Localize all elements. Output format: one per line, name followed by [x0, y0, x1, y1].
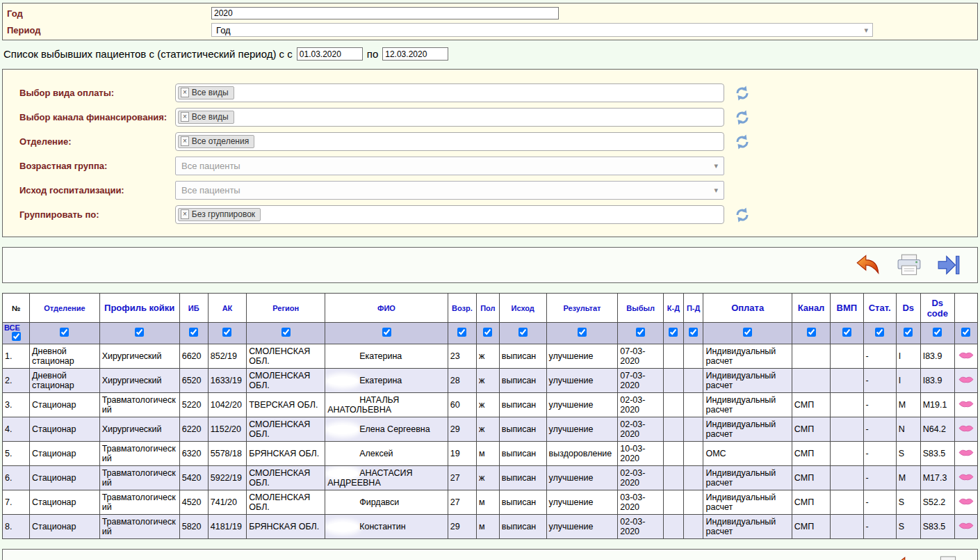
undo-button[interactable] — [894, 556, 920, 560]
column-checkbox[interactable] — [933, 328, 942, 337]
cell-stat: - — [863, 417, 896, 442]
column-checkbox[interactable] — [636, 328, 645, 337]
page-title: Список выбывших пациентов с (статистичес… — [3, 48, 293, 60]
selected-chip[interactable]: × Все виды — [178, 86, 234, 99]
cell-pd — [683, 466, 703, 490]
table-row: 2.Дневной стационарХирургический65201633… — [3, 369, 978, 393]
medcard-icon[interactable] — [958, 521, 974, 530]
column-checkbox[interactable] — [382, 328, 391, 337]
column-checkbox[interactable] — [281, 328, 291, 337]
column-checkbox[interactable] — [875, 328, 884, 337]
row-action-cell[interactable] — [954, 515, 977, 539]
column-checkbox[interactable] — [961, 328, 970, 337]
outcome-select[interactable]: Все пациенты ▾ — [175, 181, 724, 200]
redaction-smudge — [327, 449, 358, 458]
chip-label: Все виды — [192, 112, 229, 122]
row-action-cell[interactable] — [954, 442, 977, 466]
cell-payment: Индивидуальный расчет — [703, 344, 792, 369]
column-checkbox[interactable] — [483, 328, 492, 337]
column-checkbox[interactable] — [12, 332, 21, 341]
selected-chip[interactable]: × Без группировок — [178, 208, 261, 221]
date-from-input[interactable] — [297, 47, 363, 61]
column-select-cell-vmp — [831, 323, 863, 344]
cell-result: улучшение — [546, 369, 618, 393]
refresh-icon[interactable] — [734, 85, 751, 102]
column-checkbox[interactable] — [807, 328, 816, 337]
print-button[interactable] — [936, 556, 961, 560]
refresh-icon-slot[interactable] — [734, 207, 751, 223]
column-checkbox[interactable] — [669, 328, 678, 337]
medcard-icon[interactable] — [958, 497, 974, 506]
medcard-icon[interactable] — [958, 399, 974, 408]
year-input[interactable] — [211, 7, 559, 19]
cell-sex: м — [476, 515, 499, 539]
date-to-input[interactable] — [382, 47, 448, 61]
row-action-cell[interactable] — [954, 490, 977, 515]
cell-bed-profile: Травматологический — [99, 490, 179, 515]
cell-region: СМОЛЕНСКАЯ ОБЛ. — [247, 344, 325, 369]
department-multiselect[interactable]: × Все отделения — [175, 132, 724, 151]
funding-channel-label: Выбор канала финансирования: — [19, 112, 175, 122]
column-checkbox[interactable] — [222, 328, 231, 337]
cell-num: 4. — [3, 417, 30, 442]
cell-ds: N — [896, 417, 920, 442]
cell-payment: Индивидуальный расчет — [703, 490, 792, 515]
chip-remove-icon[interactable]: × — [181, 209, 189, 219]
selected-chip[interactable]: × Все виды — [178, 111, 234, 124]
export-button[interactable] — [937, 253, 961, 277]
chip-remove-icon[interactable]: × — [181, 88, 189, 97]
medcard-icon[interactable] — [958, 424, 974, 433]
cell-ib: 6620 — [179, 344, 208, 369]
refresh-icon-slot[interactable] — [734, 109, 751, 126]
selected-chip[interactable]: × Все отделения — [178, 135, 254, 148]
refresh-icon[interactable] — [734, 109, 751, 126]
medcard-icon[interactable] — [958, 448, 974, 457]
column-select-cell-fio — [325, 323, 448, 344]
cell-vmp — [831, 417, 863, 442]
outcome-label: Исход госпитализации: — [19, 185, 175, 195]
cell-payment: Индивидуальный расчет — [703, 515, 792, 539]
payment-type-multiselect[interactable]: × Все виды — [175, 83, 724, 102]
age-group-label: Возрастная группа: — [19, 161, 175, 171]
row-action-cell[interactable] — [954, 393, 977, 417]
column-checkbox[interactable] — [135, 328, 144, 337]
column-checkbox[interactable] — [578, 328, 587, 337]
medcard-icon[interactable] — [958, 472, 974, 481]
refresh-icon-slot[interactable] — [734, 134, 751, 150]
column-select-cell-payment — [703, 323, 792, 344]
refresh-icon[interactable] — [734, 207, 751, 223]
column-checkbox[interactable] — [904, 328, 913, 337]
chip-label: Все виды — [192, 88, 229, 97]
column-checkbox[interactable] — [518, 328, 528, 337]
outcome-select-value: Все пациенты — [181, 185, 240, 195]
row-action-cell[interactable] — [954, 344, 977, 369]
redaction-smudge — [327, 469, 358, 478]
medcard-icon[interactable] — [958, 375, 974, 384]
medcard-icon[interactable] — [958, 351, 974, 360]
cell-result: выздоровление — [546, 442, 618, 466]
print-button[interactable] — [897, 254, 922, 276]
cell-fio: Константин — [325, 515, 448, 539]
cell-bed-profile: Хирургический — [99, 417, 179, 442]
group-by-multiselect[interactable]: × Без группировок — [175, 205, 724, 224]
period-panel: Год Период Год ▾ — [2, 3, 978, 40]
chip-remove-icon[interactable]: × — [181, 136, 189, 146]
cell-ak: 5578/18 — [208, 442, 246, 466]
period-select[interactable]: Год ▾ — [211, 23, 873, 37]
column-checkbox[interactable] — [457, 328, 466, 337]
row-action-cell[interactable] — [954, 417, 977, 442]
column-checkbox[interactable] — [743, 328, 752, 337]
age-group-select[interactable]: Все пациенты ▾ — [175, 157, 724, 175]
column-checkbox[interactable] — [189, 328, 198, 337]
column-checkbox[interactable] — [689, 328, 698, 337]
refresh-icon[interactable] — [734, 134, 751, 150]
refresh-icon-slot[interactable] — [734, 85, 751, 102]
funding-channel-multiselect[interactable]: × Все виды — [175, 108, 724, 127]
cell-channel: СМП — [792, 393, 830, 417]
column-checkbox[interactable] — [60, 328, 69, 337]
row-action-cell[interactable] — [954, 466, 977, 490]
row-action-cell[interactable] — [954, 369, 977, 393]
chip-remove-icon[interactable]: × — [181, 112, 189, 122]
undo-button[interactable] — [855, 254, 881, 276]
column-checkbox[interactable] — [842, 328, 851, 337]
